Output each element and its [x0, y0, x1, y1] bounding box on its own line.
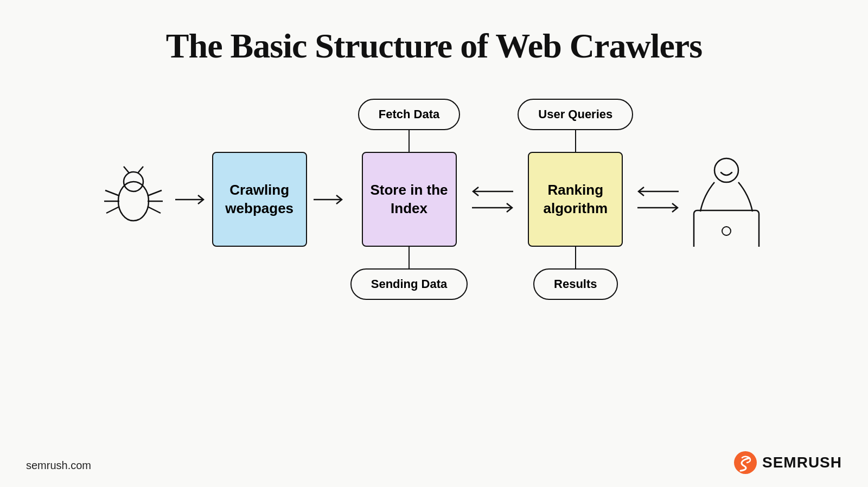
- dual-arrows-ranking-user: [636, 185, 680, 214]
- dual-arrows-store-ranking: [471, 185, 514, 214]
- user-section: [683, 152, 770, 247]
- store-section: Fetch Data Store in the Index Sending Da…: [350, 99, 468, 300]
- page-title: The Basic Structure of Web Crawlers: [166, 26, 702, 66]
- svg-point-20: [734, 451, 757, 474]
- user-laptop-icon: [683, 152, 770, 247]
- v-line-top-ranking: [575, 130, 577, 152]
- ranking-box: Ranking algorithm: [528, 152, 623, 247]
- svg-line-3: [138, 166, 143, 173]
- svg-point-18: [722, 227, 731, 235]
- v-line-top-store: [409, 130, 410, 152]
- arrow-crawling-to-store: [312, 190, 345, 209]
- semrush-logo-icon: [734, 451, 757, 474]
- crawling-box: Crawling webpages: [212, 152, 307, 247]
- svg-line-6: [106, 207, 119, 213]
- store-box: Store in the Index: [362, 152, 457, 247]
- svg-line-2: [124, 166, 129, 173]
- sending-data-pill: Sending Data: [350, 268, 468, 300]
- svg-line-7: [148, 190, 162, 196]
- user-queries-pill: User Queries: [518, 99, 633, 130]
- page: The Basic Structure of Web Crawlers: [0, 0, 868, 487]
- branding-left: semrush.com: [26, 459, 91, 472]
- svg-rect-17: [694, 210, 759, 247]
- spider-icon: [98, 164, 169, 235]
- svg-line-9: [148, 207, 161, 213]
- svg-point-0: [118, 182, 149, 221]
- v-line-bottom-store: [409, 247, 410, 268]
- branding-right: SEMRUSH: [734, 451, 842, 474]
- semrush-text: SEMRUSH: [762, 454, 842, 471]
- v-line-bottom-ranking: [575, 247, 577, 268]
- ranking-section: User Queries Ranking algorithm Results: [518, 99, 633, 300]
- fetch-data-pill: Fetch Data: [358, 99, 460, 130]
- arrow-spider-to-crawling: [174, 190, 207, 209]
- svg-point-16: [714, 158, 738, 182]
- diagram: Crawling webpages Fetch Data Store in th…: [98, 99, 770, 300]
- svg-line-4: [105, 190, 119, 196]
- results-pill: Results: [533, 268, 617, 300]
